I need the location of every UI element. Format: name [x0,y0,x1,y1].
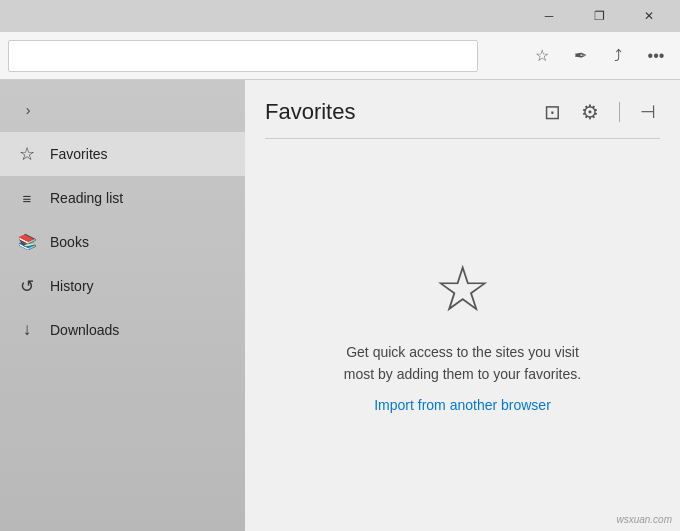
panel-pin-panel-icon[interactable]: ⊣ [636,97,660,127]
sidebar-item-label-reading-list: Reading list [50,190,123,206]
address-bar[interactable] [8,40,478,72]
panel-pin-icon[interactable]: ⊡ [540,96,565,128]
empty-state: ☆ Get quick access to the sites you visi… [245,139,680,531]
books-icon: 📚 [16,233,38,251]
history-icon: ↺ [16,276,38,297]
main-container: › ☆ Favorites ≡ Reading list 📚 Books ↺ H… [0,80,680,531]
empty-state-description: Get quick access to the sites you visit … [333,341,593,386]
browser-chrome: ☆ ✒ ⤴ ••• [0,32,680,80]
sidebar-item-label-history: History [50,278,94,294]
favorites-icon: ☆ [16,143,38,165]
toolbar-icons: ☆ ✒ ⤴ ••• [526,40,672,72]
pen-toolbar-icon[interactable]: ✒ [564,40,596,72]
favorites-toolbar-icon[interactable]: ☆ [526,40,558,72]
minimize-button[interactable]: ─ [526,0,572,32]
sidebar-item-downloads[interactable]: ↓ Downloads [0,308,245,352]
panel-title: Favorites [265,99,355,125]
sidebar-item-label-books: Books [50,234,89,250]
panel-header: Favorites ⊡ ⚙ ⊣ [245,80,680,128]
sidebar-item-label-downloads: Downloads [50,322,119,338]
reading-list-icon: ≡ [16,190,38,207]
watermark: wsxuan.com [616,514,672,525]
panel-divider-vert [619,102,620,122]
sidebar: › ☆ Favorites ≡ Reading list 📚 Books ↺ H… [0,80,245,531]
content-panel: Favorites ⊡ ⚙ ⊣ ☆ Get quick access to th… [245,80,680,531]
downloads-icon: ↓ [16,320,38,340]
sidebar-item-label-favorites: Favorites [50,146,108,162]
more-toolbar-icon[interactable]: ••• [640,40,672,72]
maximize-button[interactable]: ❐ [576,0,622,32]
sidebar-item-reading-list[interactable]: ≡ Reading list [0,176,245,220]
sidebar-item-books[interactable]: 📚 Books [0,220,245,264]
close-button[interactable]: ✕ [626,0,672,32]
panel-settings-icon[interactable]: ⚙ [577,96,603,128]
empty-state-star-icon: ☆ [434,257,491,321]
import-link[interactable]: Import from another browser [374,397,551,413]
title-bar: ─ ❐ ✕ [0,0,680,32]
share-toolbar-icon[interactable]: ⤴ [602,40,634,72]
sidebar-item-favorites[interactable]: ☆ Favorites [0,132,245,176]
panel-header-icons: ⊡ ⚙ ⊣ [540,96,660,128]
sidebar-item-history[interactable]: ↺ History [0,264,245,308]
sidebar-toggle[interactable]: › [8,92,48,128]
